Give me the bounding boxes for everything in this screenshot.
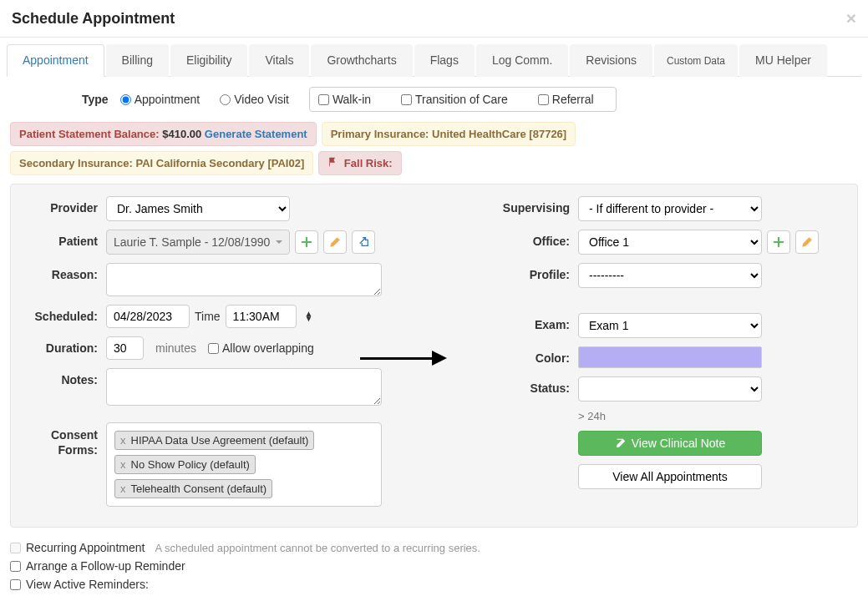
check-transition[interactable]: Transition of Care bbox=[401, 93, 508, 106]
tab-appointment[interactable]: Appointment bbox=[7, 44, 104, 77]
notes-label: Notes: bbox=[23, 368, 106, 386]
edit-icon bbox=[615, 437, 627, 449]
active-reminders-label: View Active Reminders: bbox=[26, 578, 149, 591]
alert-badges: Patient Statement Balance: $410.00 Gener… bbox=[7, 122, 861, 175]
time-spinner[interactable]: ▲▼ bbox=[305, 311, 313, 321]
remove-tag-icon[interactable]: x bbox=[120, 458, 126, 471]
supervising-select[interactable]: - If different to provider - bbox=[578, 196, 762, 221]
office-label: Office: bbox=[495, 230, 578, 248]
tab-customdata[interactable]: Custom Data bbox=[654, 44, 738, 77]
edit-office-button[interactable] bbox=[795, 230, 819, 254]
balance-alert: Patient Statement Balance: $410.00 Gener… bbox=[10, 122, 317, 146]
flag-icon bbox=[327, 157, 341, 169]
gt24-text: > 24h bbox=[578, 410, 606, 422]
view-all-appointments-button[interactable]: View All Appointments bbox=[578, 464, 762, 489]
modal-body: Appointment Billing Eligibility Vitals G… bbox=[0, 38, 868, 596]
duration-input[interactable] bbox=[106, 336, 144, 360]
duration-label: Duration: bbox=[23, 336, 106, 355]
tab-muhelper[interactable]: MU Helper bbox=[739, 44, 827, 77]
patient-label: Patient bbox=[23, 230, 106, 248]
status-select[interactable] bbox=[578, 376, 762, 402]
view-clinical-note-button[interactable]: View Clinical Note bbox=[578, 431, 762, 456]
date-input[interactable] bbox=[106, 305, 190, 328]
followup-label: Arrange a Follow-up Reminder bbox=[26, 559, 185, 573]
type-checks: Walk-in Transition of Care Referral bbox=[309, 87, 617, 112]
profile-label: Profile: bbox=[495, 263, 578, 281]
recurring-note: A scheduled appointment cannot be conver… bbox=[155, 542, 480, 554]
check-walkin[interactable]: Walk-in bbox=[318, 93, 371, 106]
close-icon[interactable]: × bbox=[846, 8, 856, 28]
chevron-down-icon[interactable]: ▼ bbox=[305, 316, 313, 321]
generate-statement-link[interactable]: Generate Statement bbox=[205, 128, 307, 140]
recurring-checkbox bbox=[10, 543, 21, 553]
edit-patient-button[interactable] bbox=[323, 230, 347, 254]
modal-header: Schedule Appointment × bbox=[0, 0, 868, 38]
form-well: Provider Dr. James Smith Patient Laurie … bbox=[10, 184, 858, 528]
time-input[interactable] bbox=[226, 305, 297, 328]
recurring-label: Recurring Appointment bbox=[26, 541, 145, 554]
tab-billing[interactable]: Billing bbox=[106, 44, 169, 77]
supervising-label: Supervising bbox=[495, 196, 578, 215]
schedule-appointment-modal: Schedule Appointment × Appointment Billi… bbox=[0, 0, 868, 596]
consent-forms-box[interactable]: xHIPAA Data Use Agreement (default) xNo … bbox=[106, 422, 382, 507]
provider-label: Provider bbox=[23, 196, 106, 215]
exam-select[interactable]: Exam 1 bbox=[578, 313, 762, 338]
tab-growthcharts[interactable]: Growthcharts bbox=[311, 44, 412, 77]
check-referral[interactable]: Referral bbox=[538, 93, 594, 106]
notes-textarea[interactable] bbox=[106, 368, 382, 406]
office-select[interactable]: Office 1 bbox=[578, 230, 762, 255]
tab-vitals[interactable]: Vitals bbox=[249, 44, 309, 77]
minutes-label: minutes bbox=[149, 341, 203, 355]
exam-label: Exam: bbox=[495, 313, 578, 331]
color-picker[interactable] bbox=[578, 346, 762, 368]
secondary-insurance-alert: Secondary Insurance: PAI California Seco… bbox=[10, 151, 313, 175]
consent-label: Consent Forms: bbox=[23, 422, 106, 457]
provider-select[interactable]: Dr. James Smith bbox=[106, 196, 290, 221]
tab-bar: Appointment Billing Eligibility Vitals G… bbox=[7, 44, 861, 77]
patient-select[interactable]: Laurie T. Sample - 12/08/1990 bbox=[106, 230, 290, 255]
overlap-check[interactable]: Allow overlapping bbox=[208, 341, 314, 355]
modal-title: Schedule Appointment bbox=[12, 10, 175, 28]
type-label: Type bbox=[82, 93, 109, 106]
consent-tag: xNo Show Policy (default) bbox=[114, 455, 256, 474]
active-reminders-checkbox[interactable] bbox=[10, 579, 21, 590]
status-label: Status: bbox=[495, 376, 578, 395]
recurring-section: Recurring Appointment A scheduled appoin… bbox=[7, 536, 861, 596]
reason-textarea[interactable] bbox=[106, 263, 382, 296]
profile-select[interactable]: --------- bbox=[578, 263, 762, 288]
type-row: Type Appointment Video Visit Walk-in Tra… bbox=[7, 77, 861, 122]
add-office-button[interactable] bbox=[767, 230, 790, 254]
radio-appointment[interactable]: Appointment bbox=[120, 93, 201, 106]
color-label: Color: bbox=[495, 346, 578, 365]
reason-label: Reason: bbox=[23, 263, 106, 281]
remove-tag-icon[interactable]: x bbox=[120, 482, 126, 495]
tab-eligibility[interactable]: Eligibility bbox=[170, 44, 247, 77]
annotation-arrow bbox=[360, 348, 452, 368]
tab-logcomm[interactable]: Log Comm. bbox=[476, 44, 568, 77]
time-label: Time bbox=[195, 310, 221, 323]
followup-checkbox[interactable] bbox=[10, 561, 21, 572]
primary-insurance-alert: Primary Insurance: United HealthCare [87… bbox=[322, 122, 576, 146]
tab-flags[interactable]: Flags bbox=[414, 44, 475, 77]
add-patient-button[interactable] bbox=[295, 230, 318, 254]
right-column: Supervising - If different to provider -… bbox=[495, 196, 845, 515]
chevron-down-icon bbox=[276, 240, 282, 244]
remove-tag-icon[interactable]: x bbox=[120, 434, 126, 447]
radio-video-visit[interactable]: Video Visit bbox=[220, 93, 289, 106]
consent-tag: xHIPAA Data Use Agreement (default) bbox=[114, 431, 314, 450]
scheduled-label: Scheduled: bbox=[23, 305, 106, 323]
tab-revisions[interactable]: Revisions bbox=[570, 44, 652, 77]
share-patient-button[interactable] bbox=[352, 230, 375, 254]
fall-risk-alert: Fall Risk: bbox=[318, 151, 401, 175]
consent-tag: xTelehealth Consent (default) bbox=[114, 479, 272, 498]
